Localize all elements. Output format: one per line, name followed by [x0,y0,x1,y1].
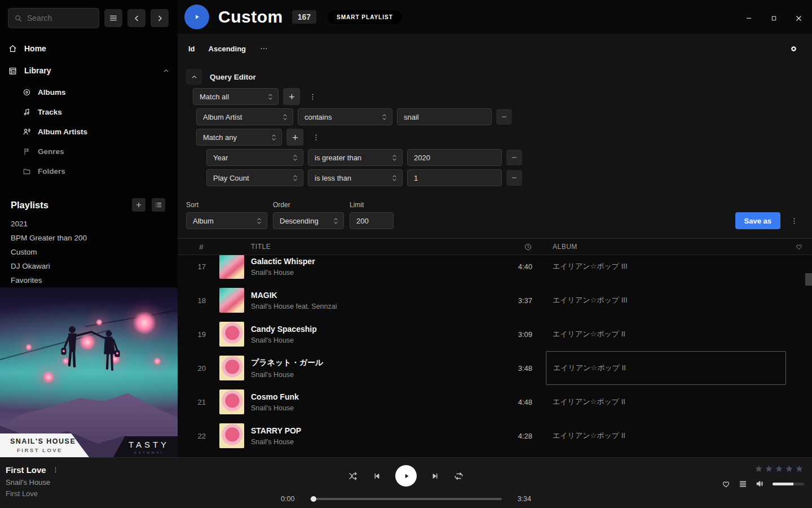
track-artist[interactable]: Snail's House [251,269,493,277]
limit-input[interactable] [350,212,394,229]
seek-handle[interactable] [311,496,316,502]
sort-select[interactable]: Album [186,212,267,229]
playlist-item[interactable]: Custom [0,245,178,259]
track-artist[interactable]: Snail's House [251,336,493,344]
plus-icon [135,201,143,209]
now-playing-album-art[interactable]: SNAIL'S HOUSE FIRST LOVE TASTY ESTMMXI [0,287,178,457]
track-artist[interactable]: Snail's House [251,371,493,379]
save-options-button[interactable] [786,212,802,229]
playlist-list-button[interactable] [152,198,165,212]
match-type-select[interactable]: Match all [193,88,279,105]
track-album[interactable]: エイリアン☆ポップ III [546,283,786,317]
playlist-item[interactable]: Favorites [0,273,178,287]
remove-rule-button[interactable] [506,170,522,186]
play-playlist-button[interactable] [184,5,209,29]
add-playlist-button[interactable] [132,198,145,212]
table-row[interactable]: 22 STARRY POPSnail's House 4:28 エイリアン☆ポッ… [178,419,812,453]
window-close-button[interactable] [791,10,806,26]
search-input[interactable] [27,14,83,23]
scrollbar-thumb[interactable] [805,273,812,286]
chevron-up-icon[interactable] [162,67,170,75]
window-minimize-button[interactable] [741,10,757,26]
now-playing-album[interactable]: First Love [6,489,175,498]
more-options-button[interactable] [259,44,268,53]
seek-slider[interactable] [310,498,502,500]
now-playing-title[interactable]: First Love [6,465,46,475]
track-artist[interactable]: Snail's House feat. Sennzai [251,303,493,310]
play-pause-button[interactable] [395,465,417,487]
track-album[interactable]: エイリアン☆ポップ III [546,255,786,283]
star-icon[interactable] [784,465,794,473]
sort-field-button[interactable]: Id [188,45,195,53]
track-album[interactable]: エイリアン☆ポップ II [546,317,786,351]
rule-operator-select[interactable]: is greater than [308,149,403,166]
repeat-button[interactable] [453,471,464,481]
star-icon[interactable] [764,465,774,473]
track-album[interactable]: エイリアン☆ポップ II [546,385,786,419]
table-row[interactable]: 21 Cosmo FunkSnail's House 4:48 エイリアン☆ポッ… [178,385,812,419]
window-maximize-button[interactable] [766,10,782,26]
rule-operator-select[interactable]: contains [298,108,392,125]
playlist-item[interactable]: DJ Okawari [0,259,178,273]
volume-slider[interactable] [773,483,804,485]
now-playing-options-button[interactable] [52,465,59,475]
favorite-button[interactable] [721,479,731,489]
track-album[interactable]: エイリアン☆ポップ II [546,419,786,453]
heart-icon [795,243,803,251]
queue-button[interactable] [738,479,748,489]
remove-rule-button[interactable] [496,109,512,125]
column-header-favorite[interactable] [786,243,812,251]
sidebar-item-home[interactable]: Home [8,41,170,56]
track-artist[interactable]: Snail's House [251,438,493,446]
rule-field-select[interactable]: Play Count [206,169,303,186]
column-header-index[interactable]: # [178,243,211,251]
group-options-button[interactable] [308,129,324,146]
next-track-button[interactable] [430,471,440,481]
column-header-duration[interactable] [493,243,546,251]
volume-button[interactable] [755,479,765,489]
sidebar-item-tracks[interactable]: Tracks [23,104,170,120]
track-album-focused-cell[interactable]: エイリアン☆ポップ II [546,351,786,385]
table-row[interactable]: 17 Galactic WhisperSnail's House 4:40 エイ… [178,255,812,283]
rule-field-select[interactable]: Year [206,149,303,166]
shuffle-button[interactable] [348,471,359,481]
add-rule-button[interactable] [286,129,303,146]
group-options-button[interactable] [304,88,320,105]
query-editor: Query Editor Match all Album Artist [178,63,812,229]
playlist-item[interactable]: 2021 [0,217,178,231]
table-row[interactable]: 19 Candy SpaceshipSnail's House 3:09 エイリ… [178,317,812,351]
sidebar-menu-button[interactable] [104,9,122,27]
track-artist[interactable]: Snail's House [251,404,493,412]
column-header-album[interactable]: ALBUM [546,243,786,251]
now-playing-artist[interactable]: Snail's House [6,478,175,487]
sidebar-item-genres[interactable]: Genres [23,144,170,159]
settings-button[interactable] [789,44,798,54]
table-row[interactable]: 20 プラネット・ガールSnail's House 3:48 エイリアン☆ポップ… [178,351,812,385]
collapse-query-editor-button[interactable] [186,69,202,85]
track-title: STARRY POP [251,426,493,435]
rule-value-input[interactable] [407,149,502,166]
add-rule-button[interactable] [283,88,300,105]
nav-forward-button[interactable] [151,9,169,27]
star-icon[interactable] [795,465,804,473]
column-header-title[interactable]: TITLE [244,243,493,251]
star-icon[interactable] [754,465,764,473]
table-row[interactable]: 18 MAGIKSnail's House feat. Sennzai 3:37… [178,283,812,317]
sidebar-item-album-artists[interactable]: Album Artists [23,124,170,139]
sidebar-item-folders[interactable]: Folders [23,164,170,179]
sort-direction-button[interactable]: Ascending [209,45,246,53]
rule-value-input[interactable] [397,108,492,125]
playlist-item[interactable]: BPM Greater than 200 [0,231,178,245]
nav-back-button[interactable] [127,9,145,27]
match-type-select[interactable]: Match any [196,129,282,146]
rule-operator-select[interactable]: is less than [308,169,403,186]
star-icon[interactable] [774,465,784,473]
previous-track-button[interactable] [372,471,382,481]
save-as-button[interactable]: Save as [735,212,780,229]
rule-value-input[interactable] [407,169,502,186]
remove-rule-button[interactable] [506,150,522,165]
rule-field-select[interactable]: Album Artist [196,108,293,125]
order-select[interactable]: Descending [273,212,344,229]
sidebar-item-albums[interactable]: Albums [23,85,170,100]
sidebar-item-library[interactable]: Library [8,63,170,78]
